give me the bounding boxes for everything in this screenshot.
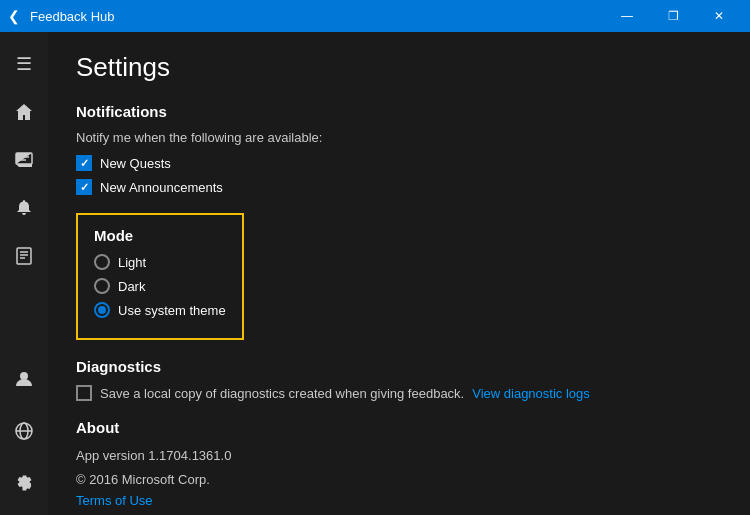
- diagnostics-checkbox[interactable]: [76, 385, 92, 401]
- new-announcements-check: ✓: [80, 182, 89, 193]
- app-version: App version 1.1704.1361.0: [76, 446, 722, 466]
- new-quests-row: ✓ New Quests: [76, 155, 722, 171]
- app-title: Feedback Hub: [30, 9, 604, 24]
- radio-inner-dot: [98, 306, 106, 314]
- new-quests-label: New Quests: [100, 156, 171, 171]
- feedback-icon: [14, 150, 34, 170]
- sidebar: ☰: [0, 32, 48, 515]
- mode-system-radio[interactable]: [94, 302, 110, 318]
- mode-system-label: Use system theme: [118, 303, 226, 318]
- diagnostics-row: Save a local copy of diagnostics created…: [76, 385, 722, 401]
- mode-light-radio[interactable]: [94, 254, 110, 270]
- svg-rect-1: [17, 248, 31, 264]
- diagnostics-title: Diagnostics: [76, 358, 722, 375]
- new-quests-checkbox[interactable]: ✓: [76, 155, 92, 171]
- restore-button[interactable]: ❐: [650, 0, 696, 32]
- sidebar-item-home[interactable]: [0, 88, 48, 136]
- sidebar-item-quests[interactable]: [0, 232, 48, 280]
- view-diagnostic-logs-link[interactable]: View diagnostic logs: [472, 386, 590, 401]
- main-content: Settings Notifications Notify me when th…: [48, 32, 750, 515]
- copyright: © 2016 Microsoft Corp.: [76, 470, 722, 490]
- mode-section: Mode Light Dark Use system theme: [76, 213, 244, 340]
- home-icon: [14, 102, 34, 122]
- svg-point-2: [20, 372, 28, 380]
- title-bar: ❮ Feedback Hub — ❐ ✕: [0, 0, 750, 32]
- sidebar-item-globe[interactable]: [0, 407, 48, 455]
- about-section: About App version 1.1704.1361.0 © 2016 M…: [76, 419, 722, 515]
- sidebar-item-feedback[interactable]: [0, 136, 48, 184]
- sidebar-item-settings[interactable]: [0, 459, 48, 507]
- quests-icon: [14, 246, 34, 266]
- diagnostics-label: Save a local copy of diagnostics created…: [100, 386, 464, 401]
- close-button[interactable]: ✕: [696, 0, 742, 32]
- mode-dark-row[interactable]: Dark: [94, 278, 226, 294]
- about-title: About: [76, 419, 722, 436]
- sidebar-item-user[interactable]: [0, 355, 48, 403]
- minimize-button[interactable]: —: [604, 0, 650, 32]
- new-quests-check: ✓: [80, 158, 89, 169]
- page-title: Settings: [76, 52, 722, 83]
- new-announcements-checkbox[interactable]: ✓: [76, 179, 92, 195]
- app-body: ☰: [0, 32, 750, 515]
- mode-light-label: Light: [118, 255, 146, 270]
- mode-title: Mode: [94, 227, 226, 244]
- notifications-title: Notifications: [76, 103, 722, 120]
- notifications-section: Notifications Notify me when the followi…: [76, 103, 722, 195]
- user-icon: [14, 369, 34, 389]
- gear-icon: [14, 473, 34, 493]
- mode-dark-label: Dark: [118, 279, 145, 294]
- mode-light-row[interactable]: Light: [94, 254, 226, 270]
- sidebar-item-announcements[interactable]: [0, 184, 48, 232]
- announcements-icon: [14, 198, 34, 218]
- sidebar-item-menu[interactable]: ☰: [0, 40, 48, 88]
- back-button[interactable]: ❮: [8, 8, 20, 24]
- new-announcements-row: ✓ New Announcements: [76, 179, 722, 195]
- globe-icon: [14, 421, 34, 441]
- notifications-subtitle: Notify me when the following are availab…: [76, 130, 722, 145]
- mode-dark-radio[interactable]: [94, 278, 110, 294]
- new-announcements-label: New Announcements: [100, 180, 223, 195]
- diagnostics-section: Diagnostics Save a local copy of diagnos…: [76, 358, 722, 401]
- sidebar-bottom: [0, 355, 48, 507]
- window-controls: — ❐ ✕: [604, 0, 742, 32]
- mode-system-row[interactable]: Use system theme: [94, 302, 226, 318]
- terms-of-use-link[interactable]: Terms of Use: [76, 493, 722, 508]
